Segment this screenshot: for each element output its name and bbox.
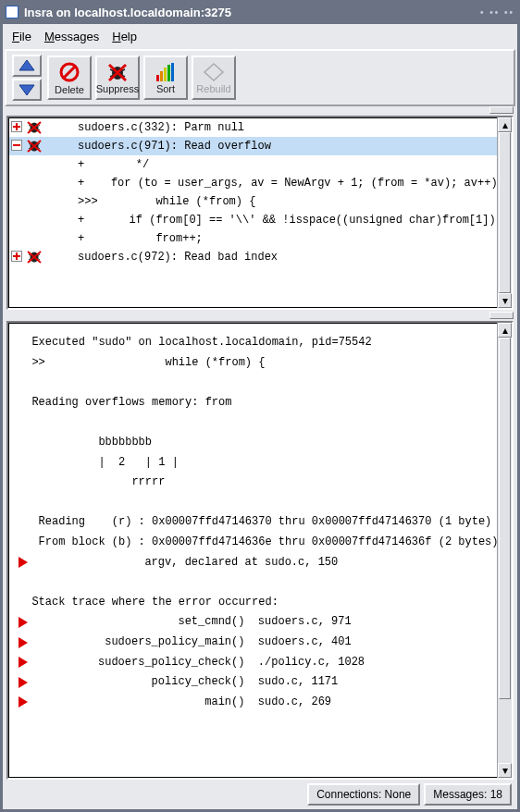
menu-messages[interactable]: Messages xyxy=(44,30,99,43)
bug-crossed-icon xyxy=(106,62,129,82)
toolbar: Delete Suppress Sort Rebuild xyxy=(5,49,515,106)
detail-line: Reading (r) : 0x00007ffd47146370 thru 0x… xyxy=(19,512,505,533)
detail-line: Executed "sudo" on localhost.localdomain… xyxy=(19,333,505,353)
issues-panel: sudoers.c(332): Parm nullsudoers.c(971):… xyxy=(6,116,514,310)
status-connections: Connections: None xyxy=(307,783,420,806)
source-line: >>> while (*from) { xyxy=(9,192,511,211)
arrow-up-icon xyxy=(19,59,35,72)
detail-line: set_cmnd() sudoers.c, 971 xyxy=(19,612,505,633)
bug-crossed-icon xyxy=(26,120,43,135)
nav-up-button[interactable] xyxy=(12,55,42,77)
window-title: Insra on localhost.localdomain:3275 xyxy=(24,6,231,19)
expand-triangle-icon[interactable] xyxy=(19,677,28,688)
issue-row[interactable]: sudoers.c(971): Read overflow xyxy=(9,137,511,155)
detail-panel: Executed "sudo" on localhost.localdomain… xyxy=(6,321,514,780)
source-line: + from++; xyxy=(9,229,511,248)
detail-line xyxy=(19,572,505,593)
diamond-icon xyxy=(203,62,225,82)
app-icon xyxy=(6,6,19,18)
detail-line: Stack trace where the error occurred: xyxy=(19,593,505,613)
scroll-up-icon[interactable]: ▴ xyxy=(498,117,512,132)
delete-label: Delete xyxy=(55,84,84,95)
status-messages: Messages: 18 xyxy=(424,783,512,806)
svg-rect-19 xyxy=(13,126,20,128)
svg-rect-14 xyxy=(167,65,170,81)
bug-crossed-icon xyxy=(26,250,43,265)
expand-triangle-icon[interactable] xyxy=(19,617,28,628)
detail-line: sudoers_policy_main() sudoers.c, 401 xyxy=(19,633,505,653)
detail-line xyxy=(19,493,505,513)
menubar: File Messages Help xyxy=(5,26,515,49)
statusbar: Connections: None Messages: 18 xyxy=(5,781,515,807)
issue-text: sudoers.c(971): Read overflow xyxy=(78,140,271,153)
svg-rect-28 xyxy=(13,144,20,146)
expand-icon[interactable] xyxy=(11,121,24,134)
arrow-down-icon xyxy=(19,83,35,96)
svg-rect-11 xyxy=(156,75,159,81)
svg-rect-13 xyxy=(164,68,167,81)
expand-triangle-icon[interactable] xyxy=(19,637,28,648)
detail-line: argv, declared at sudo.c, 150 xyxy=(19,553,505,573)
detail-line: From block (b) : 0x00007ffd4714636e thru… xyxy=(19,533,505,553)
bars-icon xyxy=(155,62,177,82)
sort-button[interactable]: Sort xyxy=(143,55,188,100)
detail-body[interactable]: Executed "sudo" on localhost.localdomain… xyxy=(8,323,512,778)
svg-rect-15 xyxy=(171,63,174,81)
detail-line: Reading overflows memory: from xyxy=(19,393,505,413)
issues-list[interactable]: sudoers.c(332): Parm nullsudoers.c(971):… xyxy=(8,117,512,308)
rebuild-button[interactable]: Rebuild xyxy=(192,55,236,100)
bug-crossed-icon xyxy=(26,139,43,154)
suppress-button[interactable]: Suppress xyxy=(95,55,140,100)
panel-handle-upper[interactable] xyxy=(489,106,514,114)
expand-icon[interactable] xyxy=(11,251,24,264)
svg-line-3 xyxy=(63,66,76,79)
issue-text: sudoers.c(332): Parm null xyxy=(78,121,244,134)
nav-down-button[interactable] xyxy=(12,79,42,101)
suppress-label: Suppress xyxy=(96,83,139,94)
no-entry-icon xyxy=(58,61,80,83)
detail-scrollbar[interactable]: ▴ ▾ xyxy=(497,323,512,778)
sort-label: Sort xyxy=(156,83,175,94)
detail-line xyxy=(19,412,505,433)
detail-line xyxy=(19,373,505,393)
scroll-up-icon[interactable]: ▴ xyxy=(498,323,512,338)
detail-line: policy_check() sudo.c, 1171 xyxy=(19,672,505,693)
detail-line: rrrrr xyxy=(19,473,505,493)
issue-text: sudoers.c(972): Read bad index xyxy=(78,251,278,264)
svg-marker-0 xyxy=(19,60,34,70)
connections-label: Connections: xyxy=(316,788,381,801)
scroll-down-icon[interactable]: ▾ xyxy=(498,763,512,778)
expand-triangle-icon[interactable] xyxy=(19,696,28,707)
expand-icon[interactable] xyxy=(11,140,24,153)
detail-line: | 2 | 1 | xyxy=(19,453,505,474)
detail-line: main() sudo.c, 269 xyxy=(19,693,505,713)
panel-handle-lower[interactable] xyxy=(489,312,514,319)
source-line: + for (to = user_args, av = NewArgv + 1;… xyxy=(9,174,511,192)
svg-rect-12 xyxy=(160,71,163,81)
menu-file[interactable]: File xyxy=(12,30,31,43)
issues-scrollbar[interactable]: ▴ ▾ xyxy=(497,117,512,308)
expand-triangle-icon[interactable] xyxy=(19,657,28,668)
detail-line: bbbbbbbb xyxy=(19,433,505,453)
source-line: + if (from[0] == '\\' && !isspace((unsig… xyxy=(9,211,511,229)
connections-value: None xyxy=(385,788,412,801)
source-line: + */ xyxy=(9,155,511,174)
svg-marker-1 xyxy=(19,85,34,95)
detail-line: >> while (*from) { xyxy=(19,353,505,374)
messages-label: Messages: xyxy=(433,788,487,801)
svg-rect-38 xyxy=(13,255,20,257)
window-controls[interactable]: • •• •• xyxy=(480,7,514,18)
menu-help[interactable]: Help xyxy=(112,30,137,43)
svg-marker-16 xyxy=(204,64,223,80)
delete-button[interactable]: Delete xyxy=(47,55,92,100)
expand-triangle-icon[interactable] xyxy=(19,557,28,568)
scroll-down-icon[interactable]: ▾ xyxy=(498,293,512,308)
detail-line: sudoers_policy_check() ./policy.c, 1028 xyxy=(19,653,505,673)
issue-row[interactable]: sudoers.c(972): Read bad index xyxy=(9,248,511,266)
rebuild-label: Rebuild xyxy=(196,83,230,94)
issue-row[interactable]: sudoers.c(332): Parm null xyxy=(9,118,511,137)
titlebar[interactable]: Insra on localhost.localdomain:3275 • ••… xyxy=(0,0,520,24)
messages-value: 18 xyxy=(490,788,502,801)
